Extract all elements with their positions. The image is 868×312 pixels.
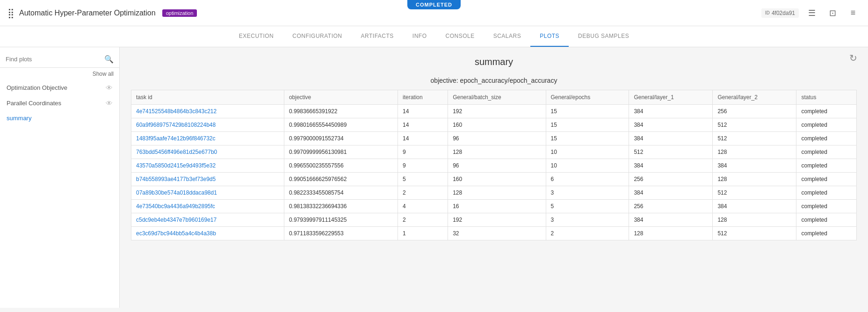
cell-epochs: 6	[546, 173, 629, 186]
cell-batch-size: 96	[448, 159, 546, 173]
header-right: ID 4f02da91 ☰ ⊡ ≡	[761, 6, 861, 21]
cell-objective: 0.9965500235557556	[284, 159, 398, 173]
col-status: status	[796, 90, 857, 105]
table-row: 60a9f9689757429b8108224b48 0.99801665554…	[131, 118, 857, 132]
cell-status: completed	[796, 132, 857, 145]
sidebar-item-optimization-objective[interactable]: Optimization Objective 👁	[0, 80, 119, 95]
sidebar-item-label: summary	[7, 115, 31, 122]
cell-task-id[interactable]: 60a9f9689757429b8108224b48	[131, 118, 284, 132]
cell-layer1: 256	[629, 173, 713, 186]
col-task-id: task id	[131, 90, 284, 105]
cell-epochs: 5	[546, 200, 629, 213]
cell-layer1: 384	[629, 159, 713, 173]
table-row: 4e741525548b4864b3c843c212 0.99836665391…	[131, 105, 857, 118]
cell-layer2: 384	[713, 200, 796, 213]
cell-epochs: 10	[546, 159, 629, 173]
id-value: 4f02da91	[772, 10, 795, 16]
cell-status: completed	[796, 186, 857, 200]
search-input[interactable]	[6, 56, 104, 63]
sidebar-item-label: Parallel Coordinates	[7, 100, 61, 107]
cell-iteration: 2	[398, 213, 448, 227]
cell-objective: 0.97939997911145325	[284, 213, 398, 227]
table-row: ec3c69d7bc944bb5a4c4b4a38b 0.97118335962…	[131, 227, 857, 240]
tab-debug-samples[interactable]: DEBUG SAMPLES	[569, 26, 638, 47]
cell-iteration: 14	[398, 105, 448, 118]
cell-layer2: 128	[713, 213, 796, 227]
reload-button[interactable]: ↻	[846, 51, 861, 65]
cell-objective: 0.9711833596229553	[284, 227, 398, 240]
table-row: b74b558993ae4177b3ef73e9d5 0.99051666625…	[131, 173, 857, 186]
cell-task-id[interactable]: 07a89b30be574a018ddaca98d1	[131, 186, 284, 200]
cell-iteration: 4	[398, 200, 448, 213]
objective-title: objective: epoch_accuracy/epoch_accuracy	[131, 77, 857, 84]
tab-scalars[interactable]: SCALARS	[484, 26, 531, 47]
cell-status: completed	[796, 145, 857, 159]
status-badge: COMPLETED	[407, 0, 461, 9]
table-row: c5dc9eb4eb4347e7b960169e17 0.97939997911…	[131, 213, 857, 227]
cell-layer2: 512	[713, 227, 796, 240]
cell-status: completed	[796, 227, 857, 240]
cell-batch-size: 96	[448, 132, 546, 145]
eye-icon-parallel: 👁	[106, 99, 113, 107]
table-body: 4e741525548b4864b3c843c212 0.99836665391…	[131, 105, 857, 240]
sidebar: 🔍 Show all Optimization Objective 👁 Para…	[0, 47, 120, 308]
show-all-button[interactable]: Show all	[93, 71, 114, 77]
page-title: Automatic Hyper-Parameter Optimization	[19, 9, 156, 17]
cell-layer1: 384	[629, 105, 713, 118]
cell-task-id[interactable]: 4e741525548b4864b3c843c212	[131, 105, 284, 118]
cell-layer2: 128	[713, 173, 796, 186]
cell-objective: 0.99836665391922	[284, 105, 398, 118]
tab-plots[interactable]: PLOTS	[530, 26, 569, 47]
nav-tabs: EXECUTION CONFIGURATION ARTIFACTS INFO C…	[0, 26, 868, 47]
cell-epochs: 3	[546, 186, 629, 200]
show-all-row: Show all	[0, 70, 119, 80]
eye-icon-optimization: 👁	[106, 84, 113, 92]
cell-batch-size: 32	[448, 227, 546, 240]
cell-task-id[interactable]: 763bdd5456ff496e81d25e677b0	[131, 145, 284, 159]
cell-iteration: 14	[398, 132, 448, 145]
description-button[interactable]: ☰	[804, 6, 819, 21]
cell-iteration: 5	[398, 173, 448, 186]
split-view-button[interactable]: ⊡	[825, 6, 840, 21]
tab-info[interactable]: INFO	[403, 26, 436, 47]
cell-task-id[interactable]: 43570a5850d2415e9d493f5e32	[131, 159, 284, 173]
cell-objective: 0.99801665554450989	[284, 118, 398, 132]
cell-task-id[interactable]: 4e73540bc9a4436a949b2895fc	[131, 200, 284, 213]
header-left: ⣿ Automatic Hyper-Parameter Optimization…	[7, 7, 761, 19]
cell-layer2: 256	[713, 105, 796, 118]
cell-iteration: 2	[398, 186, 448, 200]
main-layout: 🔍 Show all Optimization Objective 👁 Para…	[0, 47, 868, 308]
cell-layer1: 384	[629, 118, 713, 132]
cell-iteration: 9	[398, 145, 448, 159]
sidebar-item-label: Optimization Objective	[7, 84, 67, 91]
search-icon: 🔍	[104, 55, 114, 64]
tab-configuration[interactable]: CONFIGURATION	[283, 26, 351, 47]
cell-objective: 0.9822333455085754	[284, 186, 398, 200]
cell-layer2: 512	[713, 118, 796, 132]
table-row: 43570a5850d2415e9d493f5e32 0.99655002355…	[131, 159, 857, 173]
cell-status: completed	[796, 159, 857, 173]
table-row: 4e73540bc9a4436a949b2895fc 0.98138332236…	[131, 200, 857, 213]
content-area: summary objective: epoch_accuracy/epoch_…	[120, 47, 868, 308]
sidebar-item-parallel-coordinates[interactable]: Parallel Coordinates 👁	[0, 95, 119, 111]
optimization-tag: optimization	[162, 9, 197, 17]
tab-artifacts[interactable]: ARTIFACTS	[352, 26, 403, 47]
cell-status: completed	[796, 200, 857, 213]
cell-task-id[interactable]: b74b558993ae4177b3ef73e9d5	[131, 173, 284, 186]
table-row: 07a89b30be574a018ddaca98d1 0.98223334550…	[131, 186, 857, 200]
tab-console[interactable]: CONSOLE	[436, 26, 484, 47]
cell-epochs: 15	[546, 118, 629, 132]
more-menu-button[interactable]: ≡	[846, 6, 861, 21]
tab-execution[interactable]: EXECUTION	[230, 26, 283, 47]
col-batch-size: General/batch_size	[448, 90, 546, 105]
cell-epochs: 15	[546, 132, 629, 145]
cell-task-id[interactable]: 1483f95aafe74e12b96f846732c	[131, 132, 284, 145]
cell-batch-size: 192	[448, 213, 546, 227]
cell-status: completed	[796, 173, 857, 186]
cell-status: completed	[796, 118, 857, 132]
cell-objective: 0.9979000091552734	[284, 132, 398, 145]
sidebar-item-summary[interactable]: summary	[0, 111, 119, 125]
cell-task-id[interactable]: c5dc9eb4eb4347e7b960169e17	[131, 213, 284, 227]
table-row: 1483f95aafe74e12b96f846732c 0.9979000091…	[131, 132, 857, 145]
cell-task-id[interactable]: ec3c69d7bc944bb5a4c4b4a38b	[131, 227, 284, 240]
